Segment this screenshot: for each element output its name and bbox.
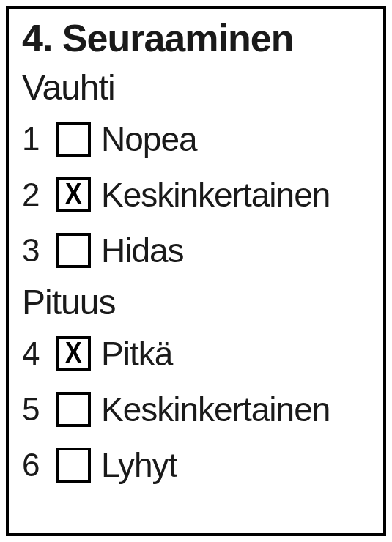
checkbox[interactable] bbox=[56, 122, 91, 157]
group-heading: Vauhti bbox=[22, 67, 370, 108]
option-row: 5 Keskinkertainen bbox=[22, 384, 370, 435]
option-number: 5 bbox=[22, 391, 45, 428]
option-row: 4 X Pitkä bbox=[22, 328, 370, 379]
checkbox[interactable] bbox=[56, 392, 91, 427]
checkbox[interactable] bbox=[56, 448, 91, 483]
section-heading: Seuraaminen bbox=[62, 17, 294, 59]
option-row: 6 Lyhyt bbox=[22, 439, 370, 491]
section-title: 4. Seuraaminen bbox=[22, 16, 370, 60]
option-label: Hidas bbox=[101, 231, 184, 270]
option-row: 1 Nopea bbox=[22, 114, 370, 165]
option-label: Pitkä bbox=[101, 334, 172, 374]
option-number: 2 bbox=[22, 177, 45, 213]
option-label: Nopea bbox=[101, 119, 197, 159]
option-label: Lyhyt bbox=[101, 445, 177, 485]
section-number: 4. bbox=[22, 17, 52, 59]
checkbox[interactable] bbox=[56, 233, 91, 268]
option-label: Keskinkertainen bbox=[101, 390, 330, 429]
option-number: 6 bbox=[22, 447, 45, 483]
option-row: 2 X Keskinkertainen bbox=[22, 169, 370, 220]
option-label: Keskinkertainen bbox=[101, 175, 330, 215]
group-pituus: Pituus 4 X Pitkä 5 Keskinkertainen 6 Lyh… bbox=[22, 282, 370, 491]
group-heading: Pituus bbox=[22, 282, 370, 322]
option-number: 3 bbox=[22, 232, 45, 269]
checkbox[interactable]: X bbox=[56, 336, 91, 371]
check-mark: X bbox=[65, 338, 82, 367]
group-vauhti: Vauhti 1 Nopea 2 X Keskinkertainen 3 Hid… bbox=[22, 67, 370, 276]
option-number: 1 bbox=[22, 121, 45, 157]
check-mark: X bbox=[65, 179, 82, 208]
checkbox[interactable]: X bbox=[56, 177, 91, 212]
form-panel: 4. Seuraaminen Vauhti 1 Nopea 2 X Keskin… bbox=[6, 6, 386, 536]
option-number: 4 bbox=[22, 335, 45, 372]
option-row: 3 Hidas bbox=[22, 225, 370, 276]
